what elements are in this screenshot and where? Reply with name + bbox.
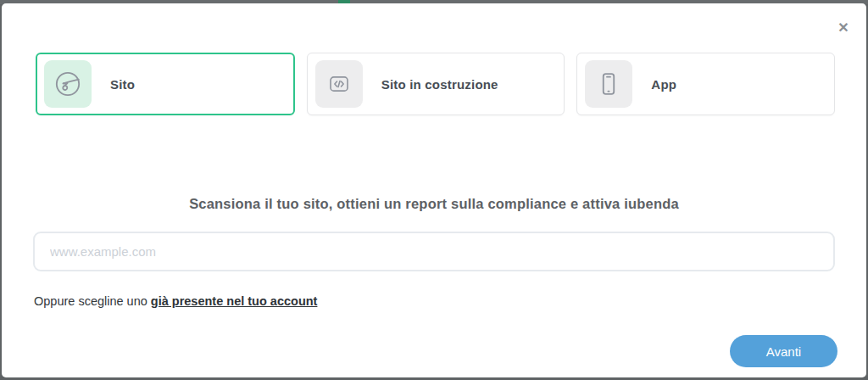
site-type-card-sito-in-costruzione[interactable]: Sito in costruzione: [307, 53, 565, 115]
code-icon: [315, 60, 363, 108]
site-type-label: Sito in costruzione: [381, 77, 498, 92]
scan-heading: Scansiona il tuo sito, ottieni un report…: [2, 196, 866, 212]
choose-existing-row: Oppure scegline unogià presente nel tuo …: [34, 294, 317, 308]
add-site-modal: ✕ Sito Sito in: [2, 3, 866, 377]
site-type-card-app[interactable]: App: [576, 53, 835, 115]
site-type-label: Sito: [110, 77, 135, 92]
site-type-card-sito[interactable]: Sito: [36, 53, 295, 115]
next-button[interactable]: Avanti: [730, 335, 837, 367]
close-icon[interactable]: ✕: [834, 19, 853, 37]
choose-existing-link[interactable]: già presente nel tuo account: [151, 294, 318, 308]
choose-existing-prefix: Oppure scegline uno: [34, 294, 147, 308]
website-url-input[interactable]: [33, 232, 835, 271]
site-type-selector: Sito Sito in costruzione: [36, 53, 835, 115]
globe-icon: [44, 60, 92, 108]
smartphone-icon: [585, 60, 632, 108]
site-type-label: App: [651, 77, 676, 92]
